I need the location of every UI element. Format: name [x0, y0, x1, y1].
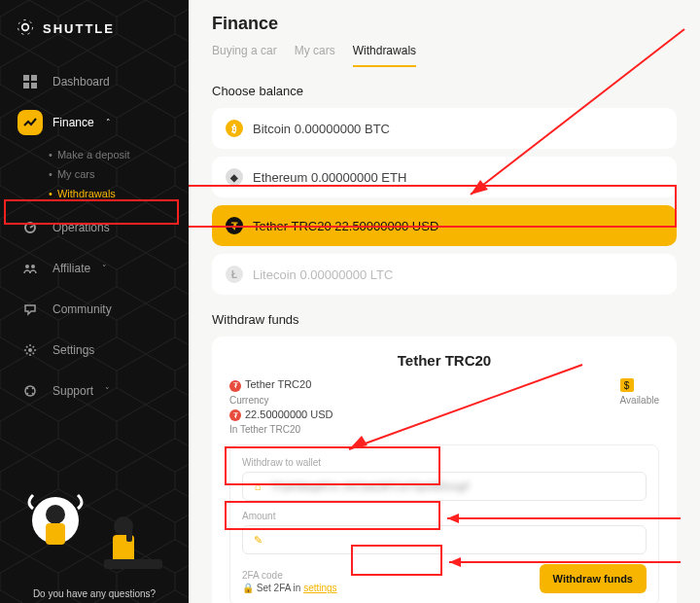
svg-point-13	[46, 505, 65, 524]
sidebar-item-label: Support	[52, 384, 93, 398]
amount-label: Amount	[242, 511, 647, 521]
help-text: Do you have any questions?	[0, 585, 189, 603]
tether-icon: ₮	[226, 217, 243, 234]
tab-withdrawals[interactable]: Withdrawals	[353, 44, 416, 67]
wallet-input[interactable]	[270, 480, 638, 492]
balance-litecoin[interactable]: Ł Litecoin 0.00000000 LTC	[212, 254, 677, 295]
sidebar-item-label: Affiliate	[52, 262, 90, 275]
sidebar-item-settings[interactable]: Settings	[10, 330, 179, 371]
tab-my-cars[interactable]: My cars	[295, 44, 335, 67]
tfa-block: 2FA code 🔒 Set 2FA in settings	[242, 570, 337, 593]
balance-tether[interactable]: ₮ Tether TRC20 22.50000000 USD	[212, 205, 677, 246]
svg-point-10	[28, 348, 32, 352]
amount-input[interactable]	[270, 534, 638, 546]
tether-mini-icon: ₮	[229, 380, 241, 392]
withdraw-funds-label: Withdraw funds	[212, 312, 677, 327]
tab-buying-a-car[interactable]: Buying a car	[212, 44, 277, 67]
nav: Dashboard Finance ˄ Make a deposit My ca…	[0, 61, 189, 411]
dollar-icon: $	[620, 378, 634, 392]
chevron-up-icon: ˄	[106, 118, 111, 127]
chevron-down-icon: ˅	[102, 264, 107, 273]
svg-point-1	[18, 20, 33, 35]
amount-input-wrap[interactable]: ✎	[242, 525, 647, 554]
sidebar-item-dashboard[interactable]: Dashboard	[10, 61, 179, 102]
sidebar-item-operations[interactable]: Operations	[10, 207, 179, 248]
amount-field: Amount ✎	[242, 511, 647, 554]
sidebar-item-community[interactable]: Community	[10, 289, 179, 330]
tether-mini-icon: ₮	[229, 409, 241, 421]
chevron-down-icon: ˅	[105, 386, 110, 396]
balance-bitcoin[interactable]: ₿ Bitcoin 0.00000000 BTC	[212, 108, 677, 149]
wallet-label: Withdraw to wallet	[242, 457, 647, 468]
bitcoin-icon: ₿	[226, 120, 243, 137]
finance-submenu: Make a deposit My cars Withdrawals	[49, 145, 179, 203]
svg-rect-3	[31, 75, 37, 81]
subnav-make-deposit[interactable]: Make a deposit	[49, 145, 179, 164]
support-icon	[18, 378, 43, 404]
affiliate-icon	[18, 256, 43, 281]
litecoin-icon: Ł	[226, 266, 243, 283]
ethereum-icon: ◆	[226, 168, 243, 186]
sidebar-item-label: Dashboard	[52, 75, 110, 89]
form-footer: 2FA code 🔒 Set 2FA in settings Withdraw …	[242, 564, 647, 593]
finance-icon	[18, 110, 43, 135]
subnav-withdrawals[interactable]: Withdrawals	[49, 184, 179, 203]
sidebar-item-support[interactable]: Support ˅	[10, 371, 179, 411]
sidebar-item-affiliate[interactable]: Affiliate ˅	[10, 248, 179, 289]
tfa-lock-icon: 🔒	[242, 583, 254, 593]
wallet-field: Withdraw to wallet ⌂	[242, 457, 647, 501]
svg-line-7	[30, 226, 33, 228]
dashboard-icon	[18, 69, 43, 94]
wallet-icon: ⌂	[251, 479, 264, 493]
tfa-label: 2FA code	[242, 570, 337, 581]
sidebar-item-label: Finance	[52, 116, 94, 129]
operations-icon	[18, 215, 43, 240]
svg-rect-5	[31, 83, 37, 89]
help-illustration	[10, 470, 179, 577]
sidebar-item-label: Settings	[52, 343, 94, 357]
balance-list: ₿ Bitcoin 0.00000000 BTC ◆ Ethereum 0.00…	[212, 108, 677, 295]
choose-balance-label: Choose balance	[212, 84, 677, 98]
tabs: Buying a car My cars Withdrawals	[212, 44, 677, 68]
balance-ethereum[interactable]: ◆ Ethereum 0.00000000 ETH	[212, 157, 677, 197]
svg-rect-14	[46, 523, 65, 545]
sidebar: SHUTTLE Dashboard Finance ˄ Make a depos…	[0, 0, 189, 603]
withdraw-form: Withdraw to wallet ⌂ Amount ✎ 2FA code 🔒…	[229, 444, 659, 603]
svg-rect-2	[23, 75, 29, 81]
community-icon	[18, 297, 43, 322]
svg-point-8	[25, 265, 29, 268]
main-content: Finance Buying a car My cars Withdrawals…	[189, 0, 700, 603]
svg-rect-18	[126, 528, 132, 542]
svg-point-0	[22, 24, 29, 31]
svg-point-9	[31, 265, 35, 268]
withdraw-panel: Tether TRC20 ₮Tether TRC20 Currency ₮22.…	[212, 337, 677, 603]
page-title: Finance	[212, 14, 677, 34]
sidebar-item-label: Operations	[52, 221, 110, 234]
tfa-settings-link[interactable]: settings	[303, 583, 336, 593]
subnav-my-cars[interactable]: My cars	[49, 164, 179, 184]
amount-icon: ✎	[251, 533, 264, 547]
panel-title: Tether TRC20	[229, 352, 659, 369]
brand-logo-icon	[16, 18, 35, 40]
withdraw-button[interactable]: Withdraw funds	[540, 564, 647, 593]
brand: SHUTTLE	[0, 0, 189, 61]
brand-name: SHUTTLE	[43, 21, 115, 36]
gear-icon	[18, 337, 43, 363]
sidebar-item-finance[interactable]: Finance ˄	[10, 102, 179, 143]
panel-summary: ₮Tether TRC20 Currency ₮22.50000000 USD …	[229, 378, 659, 435]
svg-rect-17	[104, 559, 162, 569]
annotation-arrow-to-withdrawals	[189, 60, 198, 211]
sidebar-item-label: Community	[52, 302, 112, 316]
wallet-input-wrap[interactable]: ⌂	[242, 472, 647, 501]
svg-rect-4	[23, 83, 29, 89]
